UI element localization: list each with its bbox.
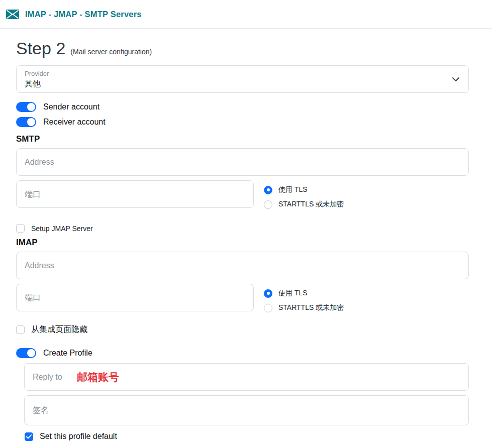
signature-input[interactable] — [25, 396, 468, 425]
radio-button-icon[interactable] — [264, 186, 272, 194]
signature-field — [24, 395, 469, 425]
create-profile-toggle[interactable] — [16, 348, 36, 358]
sender-account-toggle[interactable] — [16, 102, 36, 112]
step-title: Step 2 — [16, 39, 65, 58]
setup-jmap-label: Setup JMAP Server — [31, 225, 93, 233]
step-subtitle: (Mail server configuration) — [70, 48, 152, 56]
hide-from-integration-checkbox[interactable] — [16, 325, 25, 334]
reply-to-input[interactable] — [25, 364, 468, 390]
smtp-radio-tls-label: 使用 TLS — [278, 185, 308, 194]
imap-radio-tls[interactable]: 使用 TLS — [264, 289, 344, 298]
smtp-radio-starttls[interactable]: STARTTLS 或未加密 — [264, 200, 344, 209]
setup-jmap-checkbox[interactable] — [16, 224, 25, 233]
smtp-port-field — [16, 180, 254, 208]
smtp-radio-tls[interactable]: 使用 TLS — [264, 185, 344, 194]
toggle-knob — [27, 103, 35, 111]
envelope-icon — [6, 10, 19, 19]
imap-radio-tls-label: 使用 TLS — [278, 289, 308, 298]
smtp-encryption-options: 使用 TLS STARTTLS 或未加密 — [264, 180, 344, 209]
provider-value: 其他 — [25, 78, 460, 89]
imap-address-input[interactable] — [17, 252, 468, 279]
provider-label: Provider — [25, 70, 460, 78]
imap-port-field — [16, 284, 254, 311]
profile-default-checkbox[interactable] — [25, 432, 33, 441]
profile-default-label: Set this profile default — [40, 432, 117, 441]
page-title: IMAP - JMAP - SMTP Servers — [25, 10, 142, 19]
create-profile-label: Create Profile — [43, 349, 92, 358]
toggle-knob — [27, 349, 35, 357]
smtp-port-input[interactable] — [17, 181, 253, 207]
wizard-step-content: Step 2 (Mail server configuration) Provi… — [0, 29, 492, 441]
radio-button-icon[interactable] — [264, 200, 272, 209]
profile-inputs: 邮箱账号 — [24, 363, 469, 425]
imap-radio-starttls[interactable]: STARTTLS 或未加密 — [264, 303, 344, 312]
imap-address-field — [16, 252, 469, 279]
smtp-port-row: 使用 TLS STARTTLS 或未加密 — [16, 180, 469, 209]
provider-select[interactable]: Provider 其他 — [16, 65, 469, 93]
step-heading: Step 2 (Mail server configuration) — [16, 39, 469, 58]
app-header: IMAP - JMAP - SMTP Servers — [0, 0, 492, 29]
imap-port-row: 使用 TLS STARTTLS 或未加密 — [16, 284, 469, 312]
sender-account-toggle-row: Sender account — [16, 102, 469, 112]
imap-section-heading: IMAP — [16, 238, 469, 248]
toggle-knob — [27, 118, 35, 126]
smtp-address-field — [16, 148, 469, 176]
smtp-radio-starttls-label: STARTTLS 或未加密 — [278, 200, 344, 209]
chevron-down-icon — [452, 77, 459, 81]
receiver-account-toggle[interactable] — [16, 117, 36, 127]
imap-radio-starttls-label: STARTTLS 或未加密 — [278, 303, 344, 312]
receiver-account-toggle-row: Receiver account — [16, 117, 469, 127]
profile-default-row: Set this profile default — [25, 432, 469, 441]
reply-to-field: 邮箱账号 — [24, 363, 469, 391]
smtp-address-input[interactable] — [17, 149, 468, 175]
smtp-section-heading: SMTP — [16, 134, 469, 144]
receiver-account-label: Receiver account — [43, 118, 106, 127]
create-profile-toggle-row: Create Profile — [16, 348, 469, 358]
sender-account-label: Sender account — [43, 102, 100, 111]
radio-button-icon[interactable] — [264, 289, 272, 298]
imap-encryption-options: 使用 TLS STARTTLS 或未加密 — [264, 284, 344, 312]
radio-button-icon[interactable] — [264, 304, 272, 312]
hide-from-integration-label: 从集成页面隐藏 — [31, 324, 87, 335]
hide-from-integration-row: 从集成页面隐藏 — [16, 324, 469, 335]
imap-port-input[interactable] — [17, 284, 253, 311]
setup-jmap-row: Setup JMAP Server — [16, 224, 469, 233]
